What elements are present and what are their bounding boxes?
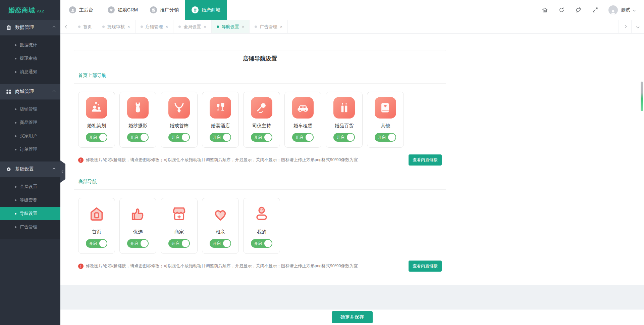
nav-card-merchant[interactable]: 商家 开启	[161, 198, 198, 254]
tab-global-settings[interactable]: 全局设置	[173, 20, 212, 33]
toggle-switch[interactable]: 开启	[168, 133, 190, 142]
toggle-switch[interactable]: 开启	[168, 239, 190, 248]
tab-shop-manage[interactable]: 店铺管理	[136, 20, 174, 33]
nav-card-emcee[interactable]: 司仪主持 开启	[243, 92, 280, 148]
tab-home[interactable]: 首页	[73, 20, 97, 33]
close-icon[interactable]	[280, 25, 282, 29]
toggle-switch[interactable]: 开启	[86, 239, 107, 248]
candles-icon	[333, 97, 355, 119]
sidebar-item-message-notify[interactable]: 消息通知	[0, 65, 60, 79]
toggle-knob	[306, 134, 313, 141]
view-builtin-links-button[interactable]: 查看内置链接	[409, 261, 442, 272]
toggle-switch[interactable]: 开启	[251, 133, 272, 142]
book-icon	[375, 97, 396, 119]
nav-card-matchmaking[interactable]: 相亲 开启	[202, 198, 239, 254]
toggle-switch[interactable]: 开启	[127, 239, 149, 248]
sidebar-item-label: 广告管理	[20, 224, 37, 230]
tab-dot-icon	[102, 26, 105, 28]
tabs-menu-button[interactable]	[631, 20, 644, 33]
thumbsup-outline-icon	[127, 203, 149, 225]
sidebar-group-data[interactable]: 数据管理	[0, 20, 60, 36]
sidebar-group-settings[interactable]: 基础设置	[0, 161, 60, 177]
sidebar-item-shop-manage[interactable]: 店铺管理	[0, 102, 60, 116]
nav-card-label: 商家	[161, 229, 197, 235]
nav-card-wedding-goods[interactable]: 婚品百货 开启	[326, 92, 363, 148]
wine-icon	[210, 97, 231, 119]
top-nav-item-marriage-mall[interactable]: 婚恋商城	[185, 0, 227, 20]
tab-bar-spacer	[288, 20, 619, 33]
toggle-switch[interactable]: 开启	[375, 133, 396, 142]
sidebar-group-label: 数据管理	[15, 25, 34, 31]
sidebar-item-buyer-users[interactable]: 买家用户	[0, 129, 60, 143]
toggle-label: 开启	[295, 135, 303, 140]
chart-icon	[150, 6, 157, 13]
nav-card-wedding-planning[interactable]: 婚礼策划 开启	[78, 92, 115, 148]
scrollbar-thumb[interactable]	[641, 82, 643, 111]
toggle-switch[interactable]: 开启	[86, 133, 107, 142]
sidebar-item-ad-manage[interactable]: 广告管理	[0, 220, 60, 234]
refresh-icon[interactable]	[558, 7, 565, 13]
top-nav-item-matchmaker-crm[interactable]: 红娘CRM	[102, 0, 144, 20]
toggle-knob	[99, 134, 107, 141]
top-nav-item-main-admin[interactable]: 主后台	[60, 0, 102, 20]
nav-card-wedding-car[interactable]: 婚车租赁 开启	[284, 92, 321, 148]
toggle-switch[interactable]: 开启	[210, 133, 231, 142]
toggle-knob	[223, 240, 230, 247]
tab-nav-settings[interactable]: 导航设置	[212, 20, 250, 33]
store-icon	[192, 6, 199, 13]
top-nav: 主后台 红娘CRM 推广分销 婚恋商城	[60, 0, 644, 20]
note-text: 修改图片/名称/超链接，请点击图标修改；可以按住不放拖动项目调整前后顺序，开启显…	[86, 157, 406, 163]
toggle-switch[interactable]: 开启	[333, 133, 355, 142]
warning-icon	[78, 264, 84, 269]
tabs-scroll-left-button[interactable]	[60, 20, 73, 33]
tab-ad-manage[interactable]: 广告管理	[250, 20, 288, 33]
sidebar-item-order-manage[interactable]: 订单管理	[0, 143, 60, 156]
nav-card-banquet-hotel[interactable]: 婚宴酒店 开启	[202, 92, 239, 148]
sidebar-item-withdraw-review[interactable]: 提现审核	[0, 52, 60, 65]
user-name: 测试	[621, 7, 630, 13]
sidebar-item-goods-manage[interactable]: 商品管理	[0, 116, 60, 129]
sidebar-item-level-package[interactable]: 等级套餐	[0, 193, 60, 207]
nav-card-home[interactable]: 首页 开启	[78, 198, 115, 254]
nav-card-mine[interactable]: 我的 开启	[243, 198, 280, 254]
user-menu[interactable]: 测试	[608, 5, 635, 15]
sidebar-group-label: 商城管理	[15, 89, 34, 95]
confirm-save-button[interactable]: 确定并保存	[332, 311, 373, 323]
tab-label: 全局设置	[183, 24, 201, 30]
nav-card-wedding-ring[interactable]: 婚戒首饰 开启	[161, 92, 198, 148]
panel-title: 店铺导航设置	[74, 50, 446, 67]
home-icon[interactable]	[541, 7, 548, 13]
nav-card-wedding-photo[interactable]: 婚纱摄影 开启	[119, 92, 156, 148]
close-icon[interactable]	[204, 25, 206, 29]
sidebar-item-label: 数据统计	[20, 42, 37, 48]
close-icon[interactable]	[127, 25, 130, 29]
toggle-switch[interactable]: 开启	[127, 133, 149, 142]
toggle-switch[interactable]: 开启	[292, 133, 314, 142]
nav-card-label: 其他	[367, 123, 404, 129]
nav-card-label: 婚车租赁	[285, 123, 321, 129]
tab-withdraw-review[interactable]: 提现审核	[97, 20, 136, 33]
nav-card-label: 婚宴酒店	[202, 123, 238, 129]
tab-dot-icon	[255, 26, 257, 28]
toggle-switch[interactable]: 开启	[210, 239, 231, 248]
top-nav-item-promotion[interactable]: 推广分销	[144, 0, 185, 20]
sidebar-collapse-handle[interactable]	[60, 160, 65, 183]
sidebar-item-label: 导航设置	[20, 211, 37, 217]
toggle-label: 开启	[254, 135, 262, 140]
tabs-scroll-right-button[interactable]	[619, 20, 631, 33]
sidebar-group-mall[interactable]: 商城管理	[0, 84, 60, 100]
fullscreen-icon[interactable]	[592, 7, 598, 13]
close-icon[interactable]	[242, 25, 245, 29]
view-builtin-links-button[interactable]: 查看内置链接	[409, 154, 442, 166]
nav-card-other[interactable]: 其他 开启	[367, 92, 404, 148]
toggle-label: 开启	[171, 135, 179, 140]
bullet-icon	[15, 149, 16, 150]
clean-broom-icon[interactable]	[575, 7, 582, 13]
top-nav-item-label: 婚恋商城	[202, 7, 220, 13]
toggle-switch[interactable]: 开启	[251, 239, 272, 248]
sidebar-item-data-stats[interactable]: 数据统计	[0, 38, 60, 52]
nav-card-preferred[interactable]: 优选 开启	[119, 198, 156, 254]
sidebar-item-global-settings[interactable]: 全局设置	[0, 180, 60, 193]
close-icon[interactable]	[166, 25, 168, 29]
sidebar-item-nav-settings[interactable]: 导航设置	[0, 207, 60, 220]
